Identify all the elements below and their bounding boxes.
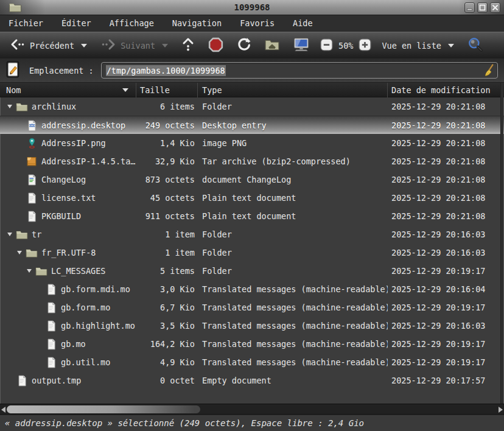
table-row[interactable]: AddressIP-1.4.5.ta…32,9 KioTar archive (…	[0, 152, 504, 170]
edit-location-icon[interactable]	[5, 61, 21, 80]
expander-spacer	[13, 189, 26, 207]
menu-item-affichage[interactable]: Affichage	[108, 16, 155, 30]
table-row[interactable]: gb.mo164,2 KioTranslated messages (machi…	[0, 335, 504, 353]
scroll-left-arrow-icon[interactable]	[1, 407, 5, 413]
file-type: Translated messages (machine-readable)	[198, 280, 388, 298]
file-type: Plain text document	[198, 207, 388, 225]
file-size: 1 item	[136, 244, 195, 262]
file-type: document ChangeLog	[198, 170, 388, 189]
column-header-date[interactable]: Date de modification	[388, 83, 504, 97]
window-title: 1099968	[0, 0, 504, 15]
file-name: PKGBUILD	[41, 207, 81, 225]
text-file-icon	[26, 210, 38, 222]
table-row[interactable]: archlinux6 itemsFolder2025-12-29 20:21:0…	[0, 97, 504, 116]
close-button[interactable]	[490, 2, 500, 13]
table-row[interactable]: tr1 itemFolder2025-12-29 20:16:03	[0, 225, 504, 244]
back-button[interactable]: Précédent	[7, 36, 89, 55]
table-row[interactable]: license.txt45 octetsPlain text document2…	[0, 189, 504, 207]
file-size: 4,9 Kio	[136, 353, 195, 371]
zoom-out-button[interactable]	[317, 36, 336, 55]
horizontal-scrollbar[interactable]	[0, 404, 504, 415]
clear-broom-icon[interactable]	[482, 64, 494, 80]
expander-icon[interactable]	[4, 225, 16, 244]
file-size: 873 octets	[136, 170, 195, 189]
expander-spacer	[33, 317, 45, 335]
home-button[interactable]	[262, 37, 282, 54]
expander-spacer	[13, 134, 26, 152]
file-size: 3,0 Kio	[136, 280, 195, 298]
expander-spacer	[33, 335, 45, 353]
file-name: license.txt	[41, 189, 96, 207]
text-file-icon	[26, 192, 38, 204]
table-row[interactable]: output.tmp0 octetEmpty document2025-12-2…	[0, 371, 504, 390]
toolbar: Précédent Suivant 50% Vue en liste	[0, 32, 504, 58]
expander-icon[interactable]	[4, 97, 16, 116]
file-size: 1,4 Kio	[136, 134, 195, 152]
forward-dropdown-chevron-icon[interactable]	[162, 44, 168, 47]
file-date: 2025-12-29 20:17:57	[388, 371, 504, 390]
file-size: 3,5 Kio	[136, 317, 195, 335]
minimize-button[interactable]	[464, 2, 475, 13]
table-row[interactable]: ChangeLog873 octetsdocument ChangeLog202…	[0, 170, 504, 189]
expander-icon[interactable]	[13, 244, 26, 262]
column-header-name[interactable]: Nom	[0, 83, 136, 97]
menu-item-editer[interactable]: Éditer	[60, 16, 93, 30]
plain-file-icon	[45, 338, 57, 350]
titlebar[interactable]: 1099968	[0, 0, 504, 15]
view-mode-label: Vue en liste	[382, 41, 441, 51]
image-pin-icon	[26, 137, 38, 149]
zoom-in-button[interactable]	[355, 36, 374, 55]
sort-descending-icon	[122, 88, 128, 92]
table-row[interactable]: AddressIP.png1,4 Kioimage PNG2025-12-29 …	[0, 134, 504, 152]
file-date: 2025-12-29 20:16:03	[388, 317, 504, 335]
menu-item-navigation[interactable]: Navigation	[171, 16, 223, 30]
maximize-button[interactable]	[477, 2, 488, 13]
stop-button[interactable]	[206, 35, 226, 56]
menu-item-fichier[interactable]: Fichier	[7, 16, 44, 30]
location-input[interactable]: /tmp/gambas.1000/1099968	[101, 62, 498, 79]
search-button[interactable]	[465, 35, 486, 56]
table-row[interactable]: gb.form.mo6,7 KioTranslated messages (ma…	[0, 298, 504, 317]
view-mode-dropdown[interactable]: Vue en liste	[379, 39, 457, 52]
expander-spacer	[13, 170, 26, 189]
desktop-button[interactable]	[290, 35, 312, 55]
table-row[interactable]: gb.form.mdi.mo3,0 KioTranslated messages…	[0, 280, 504, 298]
expander-spacer	[13, 152, 26, 170]
expander-spacer	[13, 207, 26, 225]
scrollbar-thumb[interactable]	[7, 405, 200, 413]
back-dropdown-chevron-icon[interactable]	[81, 44, 87, 47]
table-row[interactable]: gb.highlight.mo3,5 KioTranslated message…	[0, 317, 504, 335]
forward-button[interactable]: Suivant	[98, 36, 170, 55]
plain-file-icon	[45, 320, 57, 332]
menu-item-favoris[interactable]: Favoris	[239, 16, 276, 30]
forward-button-label: Suivant	[121, 41, 155, 51]
stop-record-icon	[208, 37, 223, 54]
folder-icon	[35, 265, 47, 277]
scroll-right-arrow-icon[interactable]	[499, 407, 503, 413]
table-row[interactable]: LC_MESSAGES5 itemsFolder2025-12-29 20:19…	[0, 262, 504, 280]
menu-item-aide[interactable]: Aide	[292, 16, 314, 30]
file-date: 2025-12-29 20:19:17	[388, 262, 504, 280]
file-manager-window: 1099968 FichierÉditerAffichageNavigation…	[0, 0, 504, 431]
file-type: Folder	[198, 262, 388, 280]
file-date: 2025-12-29 20:19:17	[388, 353, 504, 371]
expander-spacer	[33, 353, 45, 371]
file-date: 2025-12-29 20:19:17	[388, 335, 504, 353]
table-row[interactable]: PKGBUILD911 octetsPlain text document202…	[0, 207, 504, 225]
expander-spacer	[33, 298, 45, 317]
file-type: Folder	[198, 244, 388, 262]
expander-icon[interactable]	[23, 262, 35, 280]
plain-file-icon	[45, 301, 57, 314]
table-row[interactable]: gb.util.mo4,9 KioTranslated messages (ma…	[0, 353, 504, 371]
refresh-button[interactable]	[234, 35, 254, 55]
file-size: 5 items	[136, 262, 195, 280]
column-header-size[interactable]: Taille	[136, 83, 198, 97]
table-row[interactable]: fr_FR.UTF-81 itemFolder2025-12-29 20:16:…	[0, 244, 504, 262]
location-value: /tmp/gambas.1000/1099968	[106, 65, 226, 76]
up-button[interactable]	[179, 35, 197, 55]
column-header-type[interactable]: Type	[198, 83, 388, 97]
plain-file-icon	[45, 283, 57, 295]
file-type: Desktop entry	[198, 116, 388, 135]
file-type: Translated messages (machine-readable)	[198, 298, 388, 317]
table-row[interactable]: addressip.desktop249 octetsDesktop entry…	[0, 116, 504, 134]
